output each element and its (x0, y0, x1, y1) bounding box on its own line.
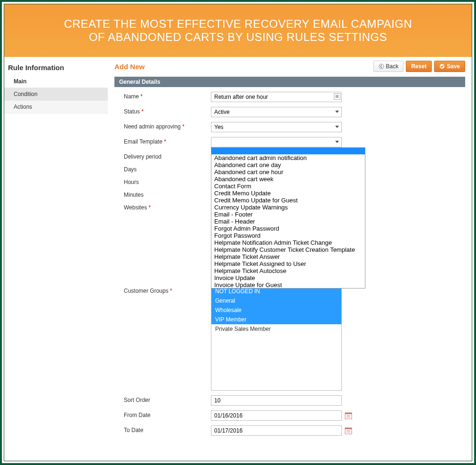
customer-groups-label: Customer Groups * (114, 286, 211, 294)
banner-line1: CREATE THE MOST EFFECTIVE RECOVERY EMAIL… (9, 17, 467, 31)
sidebar-item-actions[interactable]: Actions (4, 101, 108, 113)
back-button[interactable]: Back (373, 61, 404, 72)
banner-line2: OF ABANDONED CARTS BY USING RULES SETTIN… (9, 31, 467, 44)
template-option[interactable]: Helpmate Notification Admin Ticket Chang… (211, 239, 365, 246)
to-date-input[interactable] (211, 425, 342, 436)
template-option[interactable]: Contact Form (211, 183, 365, 190)
template-option[interactable]: Abandoned cart admin notification (211, 154, 365, 161)
save-button[interactable]: Save (434, 61, 465, 72)
customer-group-option[interactable]: Wholesale (211, 305, 341, 315)
template-option[interactable]: Helpmate Ticket Autoclose (211, 267, 365, 274)
template-option[interactable]: Currency Update Warnings (211, 204, 365, 211)
template-option[interactable]: Helpmate Notify Customer Ticket Creation… (211, 246, 365, 253)
reset-button[interactable]: Reset (406, 61, 432, 72)
reset-label: Reset (411, 63, 427, 70)
sort-order-input[interactable] (211, 395, 342, 406)
action-buttons: Back Reset Save (373, 61, 465, 72)
template-option[interactable]: Forgot Admin Password (211, 225, 365, 232)
form: Name * ▦ Status * Active Need admin appr… (114, 87, 465, 445)
back-icon (379, 64, 384, 69)
to-date-label: To Date (114, 425, 211, 433)
email-template-dropdown[interactable]: Abandoned cart admin notificationAbandon… (211, 147, 365, 289)
need-admin-label: Need admin approving * (114, 122, 211, 130)
save-label: Save (447, 63, 460, 70)
store-scope-icon: ▦ (334, 93, 340, 100)
sidebar-item-main[interactable]: Main (4, 75, 108, 88)
template-option[interactable]: Helpmate Ticket Answer (211, 253, 365, 260)
banner: CREATE THE MOST EFFECTIVE RECOVERY EMAIL… (4, 4, 472, 57)
from-date-label: From Date (114, 410, 211, 418)
name-label: Name * (114, 92, 211, 100)
page-title: Add New (114, 63, 145, 71)
customer-group-option[interactable]: VIP Member (211, 315, 341, 324)
from-date-input[interactable] (211, 410, 342, 421)
email-template-label: Email Template * (114, 137, 211, 145)
check-icon (439, 64, 445, 69)
template-option[interactable]: Credit Memo Update (211, 190, 365, 197)
customer-group-option[interactable]: General (211, 296, 341, 305)
main-panel: Add New Back Reset Save (108, 57, 472, 445)
calendar-icon[interactable] (345, 412, 352, 419)
email-template-select[interactable] (211, 137, 342, 147)
minutes-label: Minutes (114, 190, 211, 198)
status-select[interactable]: Active (211, 107, 342, 117)
template-option[interactable]: Invoice Update (211, 274, 365, 281)
customer-group-option[interactable]: Private Sales Member (211, 324, 341, 334)
days-label: Days (114, 165, 211, 173)
sidebar-item-condition[interactable]: Condition (4, 88, 108, 101)
need-admin-select[interactable]: Yes (211, 122, 342, 132)
template-option[interactable]: Email - Footer (211, 211, 365, 218)
template-option[interactable]: Abandoned cart one hour (211, 168, 365, 176)
customer-groups-select[interactable]: NOT LOGGED INGeneralWholesaleVIP MemberP… (211, 286, 342, 391)
status-label: Status * (114, 107, 211, 115)
hours-label: Hours (114, 177, 211, 185)
delivery-period-label: Delivery period (114, 152, 211, 160)
sidebar: Rule Information Main Condition Actions (4, 57, 108, 445)
svg-point-0 (379, 64, 384, 69)
back-label: Back (386, 63, 399, 70)
template-option[interactable]: Abandoned cart week (211, 176, 365, 183)
sort-order-label: Sort Order (114, 395, 211, 403)
template-option[interactable]: Invoice Update for Guest (211, 281, 365, 289)
calendar-icon[interactable] (345, 427, 352, 434)
template-option[interactable]: Credit Memo Update for Guest (211, 197, 365, 204)
template-option[interactable]: Abandoned cart one day (211, 161, 365, 168)
svg-rect-7 (345, 428, 352, 429)
sidebar-title: Rule Information (4, 61, 108, 75)
name-input[interactable] (211, 92, 342, 102)
svg-rect-3 (345, 413, 352, 414)
websites-label: Websites * (114, 203, 211, 211)
section-header: General Details (114, 77, 465, 87)
template-option[interactable]: Helpmate Ticket Assigned to User (211, 260, 365, 267)
template-option[interactable] (211, 148, 365, 154)
template-option[interactable]: Forgot Password (211, 232, 365, 239)
template-option[interactable]: Email - Header (211, 218, 365, 225)
